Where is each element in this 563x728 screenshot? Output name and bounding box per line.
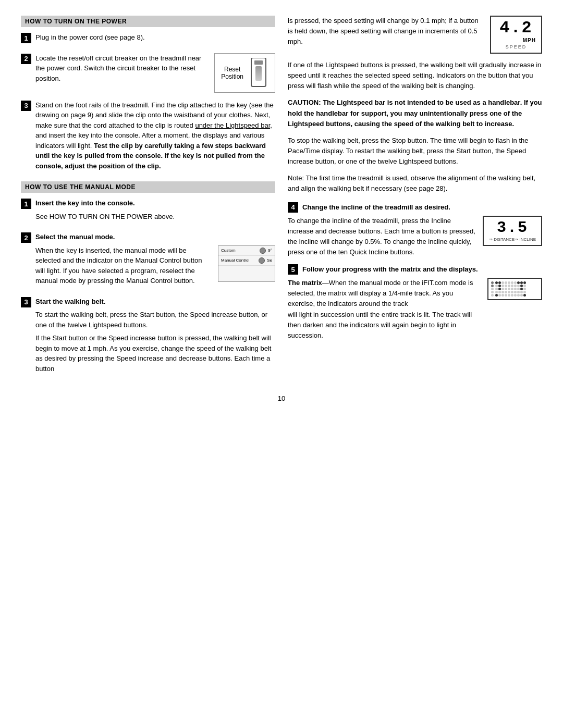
- step-number-1: 1: [21, 33, 31, 43]
- step-1-power: 1 Plug in the power cord (see page 8).: [21, 32, 275, 46]
- md: [498, 294, 501, 297]
- md: [508, 285, 510, 287]
- reset-label: Reset Position: [221, 66, 243, 80]
- reset-icon: [249, 58, 268, 88]
- md: [508, 291, 510, 293]
- manual-dot: [259, 257, 265, 264]
- step-3-manual-para2: If the Start button or the Speed increas…: [35, 333, 275, 374]
- matrix-row-1: [491, 281, 538, 284]
- matrix-row-5: [491, 294, 538, 297]
- matrix-side-dot: [491, 285, 494, 287]
- md: [495, 294, 498, 297]
- matrix-side-dot: [491, 294, 494, 297]
- step-3-para: Stand on the foot rails of the treadmill…: [35, 100, 275, 171]
- step-number-3-power: 3: [21, 101, 31, 111]
- md: [520, 291, 523, 293]
- step-1-manual-text: See HOW TO TURN ON THE POWER above.: [35, 212, 275, 222]
- md: [511, 281, 513, 284]
- speed-label: SPEED: [496, 44, 536, 50]
- incline-labels: ⇒ DISTANCE ⇒ INCLINE: [489, 237, 536, 242]
- md: [498, 288, 501, 290]
- step-2-power: 2 Locate the reset/off circuit breaker o…: [21, 53, 275, 93]
- md: [511, 285, 513, 287]
- step-1-manual-title: Insert the key into the console.: [35, 198, 275, 208]
- speed-display: 4.2 MPH SPEED: [490, 16, 542, 54]
- section1-header: HOW TO TURN ON THE POWER: [21, 16, 275, 27]
- md: [517, 294, 520, 297]
- md: [511, 288, 513, 290]
- right-column: is pressed, the speed setting will chang…: [288, 16, 542, 384]
- matrix-side-dot: [491, 281, 494, 284]
- md: [495, 281, 498, 284]
- md: [505, 291, 507, 293]
- page-number: 10: [21, 394, 542, 402]
- step-2-manual-content: Select the manual mode. When the key is …: [35, 232, 275, 289]
- md: [517, 285, 520, 287]
- section2-header: HOW TO USE THE MANUAL MODE: [21, 181, 275, 193]
- matrix-side-dot: [491, 288, 494, 290]
- md: [523, 288, 526, 290]
- incline-number: 3.5: [489, 220, 536, 236]
- matrix-side-dot: [491, 291, 494, 293]
- matrix-display: [487, 278, 542, 300]
- underline-text: under the Lightspeed bar,: [195, 121, 272, 129]
- step-number-2-manual: 2: [21, 232, 31, 243]
- md: [511, 294, 513, 297]
- step-1-text: Plug in the power cord (see page 8).: [35, 32, 275, 43]
- md: [508, 294, 510, 297]
- md: [501, 285, 504, 287]
- md: [514, 285, 517, 287]
- md: [511, 291, 513, 293]
- matrix-row-2: [491, 285, 538, 287]
- md: [514, 288, 517, 290]
- step-number-2: 2: [21, 54, 31, 64]
- matrix-row-3: [491, 288, 538, 290]
- step-2-manual-para: When the key is inserted, the manual mod…: [35, 245, 212, 286]
- reset-circuit-breaker-icon: [249, 58, 268, 88]
- custom-dot: [260, 248, 266, 254]
- md: [501, 288, 504, 290]
- matrix-row-4: [491, 291, 538, 293]
- md: [514, 294, 517, 297]
- step-3-manual: 3 Start the walking belt. To start the w…: [21, 297, 275, 377]
- md: [495, 291, 498, 293]
- right-para1: is pressed, the speed setting will chang…: [288, 16, 483, 47]
- md: [495, 285, 498, 287]
- step-4-title: Change the incline of the treadmill as d…: [302, 203, 450, 211]
- md: [501, 291, 504, 293]
- left-column: HOW TO TURN ON THE POWER 1 Plug in the p…: [21, 16, 275, 384]
- md: [514, 291, 517, 293]
- md: [517, 281, 520, 284]
- md: [520, 294, 523, 297]
- svg-rect-1: [254, 60, 263, 65]
- md: [514, 281, 517, 284]
- step-number-5: 5: [288, 264, 298, 275]
- md: [505, 281, 507, 284]
- md: [498, 291, 501, 293]
- md: [520, 285, 523, 287]
- step-5-body: The matrix—When the manual mode or the i…: [288, 278, 542, 341]
- step-2-manual-text: When the key is inserted, the manual mod…: [35, 245, 212, 289]
- md: [523, 281, 526, 284]
- right-para4: Note: The first time the treadmill is us…: [288, 173, 542, 194]
- md: [523, 294, 526, 297]
- md: [517, 288, 520, 290]
- md: [523, 285, 526, 287]
- right-para3: To stop the walking belt, press the Stop…: [288, 135, 542, 167]
- step-1-content: Plug in the power cord (see page 8).: [35, 32, 275, 46]
- manual-mode-illustration: Custom 9° Manual Control Se: [218, 245, 275, 282]
- step-3-power: 3 Stand on the foot rails of the treadmi…: [21, 100, 275, 175]
- md: [505, 288, 507, 290]
- speed-unit: MPH: [496, 38, 536, 43]
- right-para2: If one of the Lightspeed buttons is pres…: [288, 60, 542, 91]
- md: [501, 281, 504, 284]
- step-number-4: 4: [288, 202, 298, 213]
- md: [505, 285, 507, 287]
- md: [498, 281, 501, 284]
- md: [523, 291, 526, 293]
- md: [508, 281, 510, 284]
- step-5-para2: will light in succession until the entir…: [288, 310, 480, 341]
- md: [520, 288, 523, 290]
- bold-text: Test the clip by carefully taking a few …: [35, 142, 266, 170]
- step-1-manual-content: Insert the key into the console. See HOW…: [35, 198, 275, 225]
